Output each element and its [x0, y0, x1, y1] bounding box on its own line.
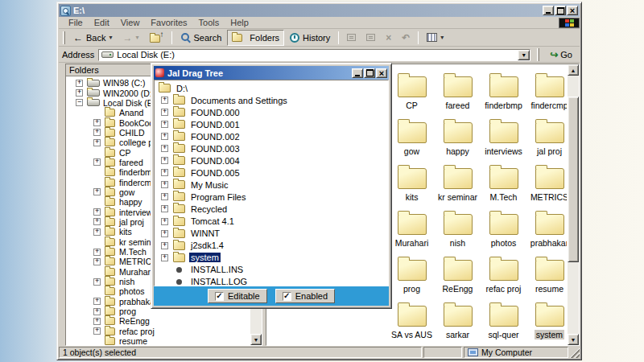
tree-item[interactable]: Documents and Settings — [155, 94, 388, 106]
file-grid-item[interactable]: Murahari — [389, 214, 435, 260]
tree-item[interactable]: FOUND.001 — [155, 118, 388, 130]
expand-toggle-icon[interactable] — [76, 89, 83, 97]
file-grid-item[interactable]: refac proj — [481, 260, 526, 306]
file-grid-item[interactable]: happy — [435, 122, 481, 168]
file-grid-item[interactable]: kits — [389, 168, 435, 214]
file-grid-item[interactable]: kr seminar — [435, 168, 481, 214]
expand-toggle-icon[interactable] — [161, 109, 168, 116]
menu-item[interactable]: Tools — [194, 17, 225, 28]
file-grid-item[interactable]: interviews — [481, 122, 526, 168]
expand-toggle-icon[interactable] — [161, 242, 168, 249]
address-combo[interactable]: Local Disk (E:) ▾ — [98, 49, 530, 61]
title-bar[interactable]: E:\ — [59, 4, 580, 17]
expand-toggle-icon[interactable] — [161, 145, 168, 152]
scroll-down-icon[interactable]: ▼ — [250, 334, 262, 345]
file-grid-item[interactable]: METRICS — [526, 168, 572, 214]
search-button[interactable]: Search — [175, 30, 227, 46]
address-dropdown-button[interactable]: ▾ — [518, 50, 530, 60]
expand-toggle-icon[interactable] — [93, 188, 101, 195]
minimize-button[interactable] — [543, 6, 554, 15]
file-grid-item[interactable]: fareed — [435, 76, 481, 122]
expand-toggle-icon[interactable] — [93, 258, 101, 265]
tree-item[interactable]: j2sdk1.4 — [155, 240, 388, 252]
expand-toggle-icon[interactable] — [93, 129, 101, 136]
expand-toggle-icon[interactable] — [161, 230, 168, 237]
enabled-checkbox[interactable] — [283, 292, 291, 301]
expand-toggle-icon[interactable] — [93, 298, 101, 305]
tree-item[interactable]: INSTALL.LOG — [155, 276, 388, 286]
expand-toggle-icon[interactable] — [161, 157, 168, 164]
back-button[interactable]: ← Back ▾ — [68, 30, 117, 46]
tree-item[interactable]: INSTALL.INS — [155, 264, 388, 276]
up-button[interactable]: ↑ — [145, 30, 168, 46]
file-grid-item[interactable]: resume — [526, 260, 572, 306]
tree-item[interactable]: Tomcat 4.1 — [155, 216, 388, 228]
file-grid-item[interactable]: system — [526, 306, 572, 346]
expand-toggle-icon[interactable] — [93, 218, 101, 225]
file-grid-item[interactable]: photos — [481, 214, 526, 260]
expand-toggle-icon[interactable] — [93, 318, 101, 325]
menu-item[interactable]: File — [64, 17, 88, 28]
back-dropdown-icon[interactable]: ▾ — [109, 34, 112, 41]
editable-checkbox[interactable] — [215, 292, 224, 301]
scroll-up-icon[interactable]: ▲ — [568, 64, 579, 76]
expand-toggle-icon[interactable] — [93, 119, 101, 126]
file-grid-item[interactable]: prabhakar — [526, 214, 572, 260]
file-grid-item[interactable]: CP — [389, 76, 435, 122]
editable-checkbox-panel[interactable]: Editable — [208, 289, 267, 303]
expand-toggle-icon[interactable] — [161, 169, 168, 176]
forward-button[interactable]: → ▾ — [118, 30, 143, 46]
expand-toggle-icon[interactable] — [93, 228, 101, 236]
expand-toggle-icon[interactable] — [93, 327, 101, 335]
tree-item[interactable]: FOUND.000 — [155, 106, 388, 118]
file-grid-item[interactable]: SA vs AUS — [389, 306, 435, 346]
menu-item[interactable]: View — [116, 17, 145, 28]
menu-item[interactable]: Favorites — [146, 17, 192, 28]
history-button[interactable]: History — [285, 30, 335, 46]
expand-toggle-icon[interactable] — [93, 208, 101, 216]
file-grid-item[interactable]: gow — [389, 122, 435, 168]
expand-toggle-icon[interactable] — [161, 205, 168, 212]
menu-item[interactable]: Edit — [89, 17, 114, 28]
resize-grip[interactable] — [570, 347, 580, 358]
expand-toggle-icon[interactable] — [93, 308, 101, 315]
dialog-close-button[interactable] — [376, 68, 387, 78]
expand-toggle-icon[interactable] — [161, 133, 168, 140]
file-grid-item[interactable]: finderbmp — [481, 76, 526, 122]
tree-item[interactable]: Recycled — [155, 203, 388, 215]
expand-toggle-icon[interactable] — [93, 249, 101, 256]
tree-item[interactable]: Program Files — [155, 191, 388, 203]
tree-item[interactable]: system — [155, 252, 388, 264]
tree-item[interactable]: FOUND.003 — [155, 142, 388, 154]
expand-toggle-icon[interactable] — [161, 121, 168, 128]
go-button[interactable]: ↪ Go — [546, 48, 576, 61]
close-button[interactable] — [567, 6, 578, 15]
tree-item[interactable]: FOUND.002 — [155, 130, 388, 142]
dialog-maximize-button[interactable] — [364, 68, 375, 78]
scroll-down-icon[interactable]: ▼ — [568, 334, 579, 345]
expand-toggle-icon[interactable] — [161, 218, 168, 225]
dialog-title-bar[interactable]: Jal Drag Tree — [154, 66, 389, 80]
expand-toggle-icon[interactable] — [161, 97, 168, 104]
tree-item[interactable]: refac proj — [66, 327, 250, 336]
expand-toggle-icon[interactable] — [93, 139, 101, 146]
toolbar-grip[interactable] — [63, 31, 65, 44]
expand-toggle-icon[interactable] — [76, 99, 83, 106]
dialog-minimize-button[interactable] — [352, 68, 363, 78]
tree-item[interactable]: resume — [66, 336, 250, 345]
tree-item[interactable]: WINNT — [155, 228, 388, 240]
tree-root-item[interactable]: D:\ — [155, 82, 388, 94]
expand-toggle-icon[interactable] — [93, 278, 101, 286]
tree-item[interactable]: ReEngg — [66, 316, 250, 326]
tree-item[interactable]: My Music — [155, 179, 388, 191]
files-scrollbar[interactable]: ▲ ▼ — [567, 64, 579, 345]
expand-toggle-icon[interactable] — [161, 193, 168, 200]
tree-item[interactable]: FOUND.004 — [155, 154, 388, 167]
menu-item[interactable]: Help — [225, 17, 254, 28]
tree-item[interactable]: FOUND.005 — [155, 167, 388, 179]
file-grid-item[interactable]: ReEngg — [435, 260, 481, 306]
file-grid-item[interactable]: jal proj — [526, 122, 572, 168]
views-button[interactable]: ▾ — [422, 30, 448, 46]
enabled-checkbox-panel[interactable]: Enabled — [275, 289, 335, 303]
file-grid-item[interactable]: sql-quer — [481, 306, 526, 346]
